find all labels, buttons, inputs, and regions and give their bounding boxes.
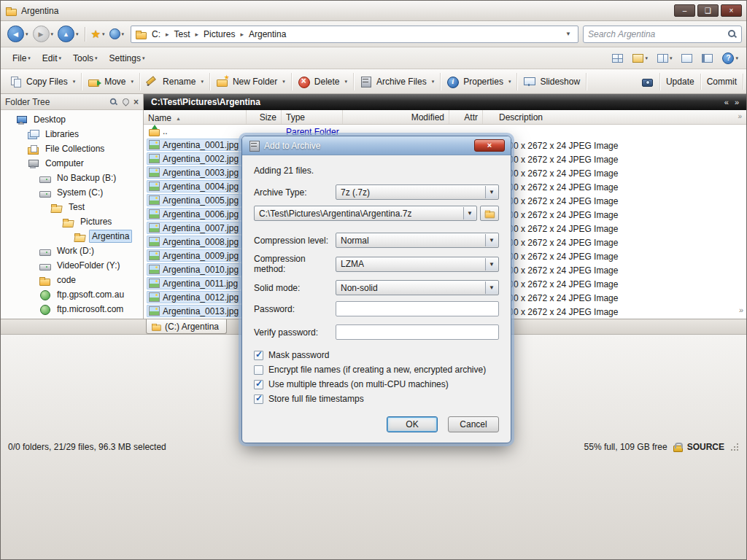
- dialog-titlebar[interactable]: Add to Archive ×: [242, 136, 511, 155]
- resize-grip[interactable]: [730, 443, 739, 451]
- store-full-file-timestamps-checkbox[interactable]: [254, 394, 263, 404]
- password-field[interactable]: [336, 301, 499, 316]
- cancel-button[interactable]: Cancel: [448, 416, 499, 432]
- use-multiple-threads-on-multi-cpu-machines-checkbox[interactable]: [254, 380, 263, 389]
- folder-tab[interactable]: (C:) Argentina: [146, 319, 227, 334]
- column-header-modified[interactable]: Modified: [343, 110, 449, 124]
- path-bar[interactable]: C:\Test\Pictures\Argentina « »: [144, 94, 746, 110]
- column-header-type[interactable]: Type: [282, 110, 343, 124]
- star-icon: ★: [91, 28, 101, 41]
- close-button[interactable]: ×: [721, 4, 742, 17]
- browse-button[interactable]: [480, 206, 499, 221]
- file-description: 4000 x 2672 x 24 JPEG Image: [483, 182, 746, 192]
- layouts-button[interactable]: ▾: [107, 27, 127, 41]
- dual-button[interactable]: ▾: [655, 52, 675, 64]
- compression-level-combo[interactable]: Normal▼: [336, 233, 499, 248]
- update-button[interactable]: Update: [660, 74, 701, 90]
- menu-file[interactable]: File▾: [7, 50, 36, 66]
- pin-icon[interactable]: [121, 97, 131, 106]
- tree-item-desktop[interactable]: Desktop: [1, 112, 143, 127]
- tree-item-file-collections[interactable]: File Collections: [1, 141, 143, 156]
- help-button[interactable]: ?▾: [720, 51, 740, 66]
- close-icon[interactable]: ×: [133, 98, 139, 106]
- column-header-description[interactable]: Description»: [483, 110, 746, 124]
- tree-item-test[interactable]: Test: [1, 200, 143, 214]
- tree-item-argentina[interactable]: Argentina: [1, 229, 143, 244]
- scroll-right-icon[interactable]: »: [735, 98, 739, 106]
- breadcrumb-segment-pictures[interactable]: Pictures: [198, 28, 240, 40]
- grid-button[interactable]: [610, 52, 625, 64]
- restore-button[interactable]: ❑: [697, 4, 719, 17]
- tree-item-computer[interactable]: Computer: [1, 156, 143, 171]
- delete-button[interactable]: Delete▾: [292, 73, 354, 90]
- up-button[interactable]: ▲▾: [55, 24, 81, 44]
- column-header-name[interactable]: Name▲: [144, 110, 247, 124]
- archive-icon: [248, 140, 260, 151]
- tree-item-videofolder-y[interactable]: VideoFolder (Y:): [1, 258, 143, 273]
- tree-item-no-backup-b[interactable]: No Backup (B:): [1, 171, 143, 185]
- edit-button[interactable]: ▾: [630, 52, 650, 64]
- back-button[interactable]: ◀▾: [5, 24, 31, 44]
- search-input[interactable]: [588, 29, 727, 39]
- archive-type-combo[interactable]: 7z (.7z) ▼: [336, 184, 499, 200]
- mask-password-checkbox[interactable]: [254, 351, 263, 360]
- properties-button[interactable]: Properties▾: [441, 73, 517, 90]
- file-name: Argentina_0002.jpg: [163, 154, 239, 164]
- solid-mode-combo[interactable]: Non-solid▼: [336, 280, 499, 295]
- column-header-size[interactable]: Size: [247, 110, 282, 124]
- breadcrumb-segment-test[interactable]: Test: [169, 28, 196, 40]
- tree-item-pictures[interactable]: Pictures: [1, 214, 143, 229]
- menu-settings[interactable]: Settings▾: [104, 50, 151, 66]
- breadcrumb-segment-argentina[interactable]: Argentina: [244, 28, 291, 40]
- commit-button[interactable]: Commit: [701, 74, 743, 90]
- menu-tools[interactable]: Tools▾: [67, 50, 104, 66]
- tree-item-system-c[interactable]: System (C:): [1, 185, 143, 200]
- file-name: ..: [163, 126, 168, 136]
- sync-tool-button[interactable]: [635, 73, 660, 90]
- globe-icon: [39, 289, 50, 300]
- column-header-attr[interactable]: Attr: [449, 110, 483, 124]
- tree-item-ftp-gpsoft-com-au[interactable]: ftp.gpsoft.com.au: [1, 287, 143, 302]
- chevron-down-icon: ▼: [463, 207, 476, 219]
- dual-icon: [657, 54, 668, 63]
- move-button[interactable]: Move▾: [82, 73, 140, 90]
- compression-method-combo[interactable]: LZMA▼: [336, 257, 499, 272]
- pane-button[interactable]: [679, 52, 694, 64]
- edit-icon: [632, 54, 643, 63]
- tree-item-code[interactable]: code: [1, 273, 143, 287]
- up-icon: ▲: [58, 26, 74, 42]
- file-description: 4000 x 2672 x 24 JPEG Image: [483, 265, 746, 276]
- tree-search-icon[interactable]: [109, 98, 117, 106]
- minimize-button[interactable]: –: [674, 4, 695, 17]
- folder-tree-title: Folder Tree: [5, 97, 50, 107]
- chevron-down-icon: ▾: [432, 79, 435, 85]
- checkbox-label: Store full file timestamps: [268, 394, 364, 404]
- new-folder-button[interactable]: New Folder▾: [210, 73, 292, 90]
- scroll-left-icon[interactable]: «: [724, 98, 729, 106]
- slideshow-button[interactable]: Slideshow: [517, 73, 587, 90]
- chevron-down-icon: ▼: [485, 234, 498, 246]
- file-name: Argentina_0007.jpg: [163, 223, 239, 233]
- archive-path-combo[interactable]: C:\Test\Pictures\Argentina\Argentina.7z …: [254, 206, 477, 221]
- tree-button[interactable]: [700, 52, 715, 64]
- rename-button[interactable]: Rename▾: [140, 73, 210, 90]
- verify-password-field[interactable]: [336, 324, 499, 340]
- copy-files-button[interactable]: Copy Files▾: [4, 73, 82, 90]
- forward-button[interactable]: ▶▾: [31, 24, 56, 44]
- menu-edit[interactable]: Edit▾: [36, 50, 67, 66]
- back-icon: ◀: [7, 26, 24, 42]
- window-title: Argentina: [21, 6, 58, 16]
- file-name: Argentina_0011.jpg: [163, 279, 238, 289]
- encrypt-file-names-if-creating-a-new-encrypted-archive-checkbox[interactable]: [254, 365, 263, 375]
- breadcrumb[interactable]: C:▸Test▸Pictures▸Argentina ▼: [131, 26, 578, 43]
- dialog-close-button[interactable]: ×: [474, 139, 505, 152]
- breadcrumb-segment-c[interactable]: C:: [147, 28, 166, 40]
- breadcrumb-dropdown-icon[interactable]: ▼: [562, 31, 574, 37]
- search-icon[interactable]: [727, 29, 737, 39]
- archive-files-button[interactable]: Archive Files▾: [354, 73, 441, 90]
- favorites-button[interactable]: ★▾: [89, 26, 107, 42]
- tree-item-ftp-microsoft-com[interactable]: ftp.microsoft.com: [1, 302, 143, 316]
- ok-button[interactable]: OK: [387, 416, 438, 432]
- tree-item-libraries[interactable]: Libraries: [1, 127, 143, 141]
- tree-item-work-d[interactable]: Work (D:): [1, 244, 143, 258]
